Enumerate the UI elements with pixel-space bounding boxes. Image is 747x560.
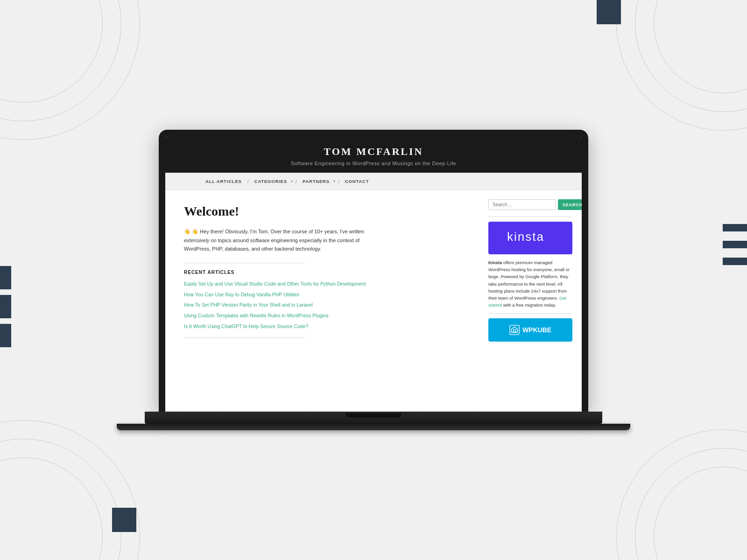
list-item: How You Can Use Ray to Debug Vanilla PHP…	[184, 291, 460, 298]
site-title: TOM MCFARLIN	[165, 146, 582, 158]
svg-text:kinsta: kinsta	[507, 230, 544, 244]
decorative-square-top	[597, 0, 621, 24]
decorative-square-right-1	[723, 224, 747, 231]
nav-categories[interactable]: CATEGORIES	[252, 177, 290, 186]
site-nav: ALL ARTICLES / CATEGORIES ▾ / PARTNERS ▾…	[165, 173, 582, 190]
laptop-screen-bezel: TOM MCFARLIN Software Engineering in Wor…	[159, 130, 588, 412]
search-button[interactable]: SEARCH	[558, 199, 582, 210]
content-divider-1	[184, 263, 305, 263]
article-link-1[interactable]: Easily Set Up and Use Visual Studio Code…	[184, 280, 460, 287]
welcome-rest: on topics around software engineering es…	[184, 238, 359, 252]
article-link-5[interactable]: Is It Worth Using ChatGPT to Help Secure…	[184, 323, 460, 330]
nav-contact[interactable]: CONTACT	[342, 177, 372, 186]
nav-partners[interactable]: PARTNERS	[300, 177, 332, 186]
sidebar-divider-1	[488, 217, 572, 217]
kinsta-logo-svg: kinsta	[507, 230, 554, 244]
site-header: TOM MCFARLIN Software Engineering in Wor…	[165, 136, 582, 173]
kinsta-name-bold: Kinsta	[488, 260, 502, 265]
main-content: Welcome! 👋 👋 Hey there! Obviously, I'm T…	[165, 190, 479, 412]
decorative-square-left-2	[0, 295, 11, 318]
article-link-2[interactable]: How You Can Use Ray to Debug Vanilla PHP…	[184, 291, 460, 298]
sidebar-divider-2	[488, 313, 572, 314]
decorative-square-left-1	[0, 266, 11, 289]
site-content: Welcome! 👋 👋 Hey there! Obviously, I'm T…	[165, 190, 582, 412]
decorative-square-left-3	[0, 324, 11, 347]
article-list: Easily Set Up and Use Visual Studio Code…	[184, 280, 460, 329]
search-input[interactable]	[488, 199, 556, 210]
nav-partners-arrow-icon: ▾	[333, 179, 335, 183]
kinsta-logo: kinsta	[507, 230, 554, 246]
decorative-square-bottom	[112, 508, 136, 532]
wpkube-text: WPKUBE	[522, 326, 551, 334]
nav-all-articles[interactable]: ALL ARTICLES	[203, 177, 245, 186]
decorative-square-right-3	[723, 258, 747, 265]
kinsta-description: Kinsta offers premium managed WordPress …	[488, 259, 572, 308]
svg-point-2	[513, 329, 516, 332]
kinsta-desc-text: offers premium managed WordPress hosting…	[488, 260, 570, 301]
nav-separator-2: /	[296, 179, 297, 184]
list-item: Is It Worth Using ChatGPT to Help Secure…	[184, 323, 460, 330]
welcome-intro: 👋 Hey there! Obviously, I'm Tom. Over th…	[192, 229, 364, 234]
kinsta-cta-end: with a free migration today.	[502, 302, 556, 308]
nav-categories-arrow-icon: ▾	[291, 179, 293, 183]
list-item: Easily Set Up and Use Visual Studio Code…	[184, 280, 460, 287]
laptop-stand	[117, 424, 630, 430]
list-item: How To Set PHP Version Parity in Your Sh…	[184, 301, 460, 308]
welcome-title: Welcome!	[184, 204, 460, 219]
sidebar: SEARCH kinsta Kinsta offers premium mana…	[479, 190, 582, 412]
laptop-notch	[345, 413, 402, 418]
content-divider-2	[184, 337, 305, 338]
recent-articles-heading: RECENT ARTICLES	[184, 270, 460, 275]
laptop-base	[145, 412, 602, 424]
wpkube-logo: WPKUBE	[509, 325, 551, 335]
wpkube-icon-svg	[509, 325, 520, 335]
article-link-4[interactable]: Using Custom Templates with Rewrite Rule…	[184, 312, 460, 319]
site-subtitle: Software Engineering in WordPress and Mu…	[165, 161, 582, 166]
wpkube-banner[interactable]: WPKUBE	[488, 318, 572, 342]
nav-categories-dropdown[interactable]: CATEGORIES ▾	[252, 177, 293, 186]
kinsta-banner[interactable]: kinsta	[488, 222, 572, 254]
list-item: Using Custom Templates with Rewrite Rule…	[184, 312, 460, 319]
search-widget: SEARCH	[488, 199, 572, 210]
wave-emoji: 👋	[184, 229, 190, 234]
decorative-square-right-2	[723, 241, 747, 248]
nav-separator-1: /	[247, 179, 249, 184]
nav-separator-3: /	[338, 179, 339, 184]
welcome-text: 👋 👋 Hey there! Obviously, I'm Tom. Over …	[184, 227, 371, 253]
laptop-frame: TOM MCFARLIN Software Engineering in Wor…	[117, 130, 630, 430]
laptop-screen: TOM MCFARLIN Software Engineering in Wor…	[165, 136, 582, 412]
welcome-emphasis: extensively	[184, 238, 209, 243]
nav-partners-dropdown[interactable]: PARTNERS ▾	[300, 177, 335, 186]
article-link-3[interactable]: How To Set PHP Version Parity in Your Sh…	[184, 301, 460, 308]
